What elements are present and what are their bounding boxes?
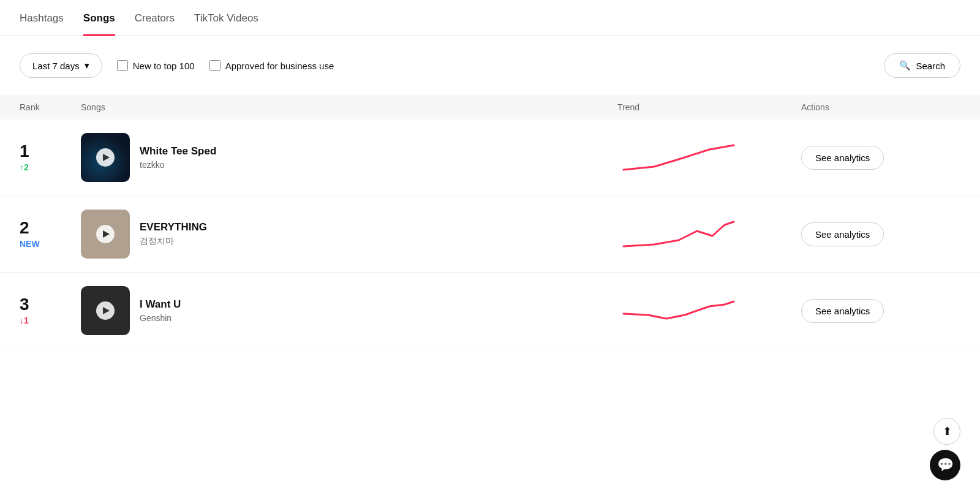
rank-cell: 1 ↑2: [20, 143, 81, 172]
trend-cell: [617, 213, 801, 256]
tab-hashtags[interactable]: Hashtags: [20, 0, 64, 36]
nav-tabs: Hashtags Songs Creators TikTok Videos: [0, 0, 980, 36]
tab-songs[interactable]: Songs: [83, 0, 115, 36]
chevron-down-icon: ▾: [85, 60, 89, 71]
tab-tiktok-videos[interactable]: TikTok Videos: [194, 0, 258, 36]
song-info: I Want U Genshin: [140, 298, 181, 323]
actions-cell: See analytics: [801, 299, 960, 323]
rank-number: 1: [20, 143, 29, 160]
rank-cell: 3 ↓1: [20, 296, 81, 325]
new-to-top100-filter[interactable]: New to top 100: [117, 60, 195, 71]
see-analytics-button[interactable]: See analytics: [801, 222, 884, 246]
new-to-top100-checkbox[interactable]: [117, 60, 128, 71]
song-thumbnail[interactable]: [81, 286, 130, 335]
trend-chart: [617, 213, 740, 256]
rank-cell: 2 NEW: [20, 219, 81, 249]
song-info: EVERYTHING 검정치마: [140, 221, 207, 247]
see-analytics-button[interactable]: See analytics: [801, 146, 884, 170]
trend-chart: [617, 289, 740, 332]
song-thumbnail[interactable]: [81, 133, 130, 182]
song-cell: EVERYTHING 검정치마: [81, 210, 617, 259]
col-rank: Rank: [20, 102, 81, 112]
col-songs: Songs: [81, 102, 617, 112]
song-cell: White Tee Sped tezkko: [81, 133, 617, 182]
play-icon[interactable]: [96, 148, 115, 167]
trend-cell: [617, 289, 801, 332]
period-dropdown[interactable]: Last 7 days ▾: [20, 53, 102, 78]
rank-change: NEW: [20, 239, 40, 249]
table-row: 2 NEW EVERYTHING 검정치마 See analytics: [0, 196, 980, 273]
rank-number: 2: [20, 219, 29, 237]
table-row: 3 ↓1 I Want U Genshin See analytics: [0, 273, 980, 349]
filters-row: Last 7 days ▾ New to top 100 Approved fo…: [0, 36, 980, 95]
song-title: I Want U: [140, 298, 181, 311]
song-title: EVERYTHING: [140, 221, 207, 233]
song-info: White Tee Sped tezkko: [140, 145, 216, 170]
play-icon[interactable]: [96, 301, 115, 320]
rank-number: 3: [20, 296, 29, 313]
approved-for-business-filter[interactable]: Approved for business use: [209, 60, 334, 71]
approved-checkbox[interactable]: [209, 60, 221, 71]
see-analytics-button[interactable]: See analytics: [801, 299, 884, 323]
actions-cell: See analytics: [801, 146, 960, 170]
rank-change: ↑2: [20, 162, 29, 172]
trend-cell: [617, 136, 801, 179]
song-artist: tezkko: [140, 160, 216, 170]
actions-cell: See analytics: [801, 222, 960, 246]
col-actions: Actions: [801, 102, 960, 112]
song-thumbnail[interactable]: [81, 210, 130, 259]
table-row: 1 ↑2 White Tee Sped tezkko See analytics: [0, 119, 980, 196]
tab-creators[interactable]: Creators: [135, 0, 175, 36]
search-icon: 🔍: [899, 60, 911, 71]
play-icon[interactable]: [96, 225, 115, 243]
song-cell: I Want U Genshin: [81, 286, 617, 335]
col-trend: Trend: [617, 102, 801, 112]
song-artist: Genshin: [140, 313, 181, 323]
rank-change: ↓1: [20, 316, 29, 325]
song-title: White Tee Sped: [140, 145, 216, 157]
trend-chart: [617, 136, 740, 179]
search-button[interactable]: 🔍 Search: [884, 53, 960, 78]
song-artist: 검정치마: [140, 236, 207, 247]
table-header: Rank Songs Trend Actions: [0, 95, 980, 119]
